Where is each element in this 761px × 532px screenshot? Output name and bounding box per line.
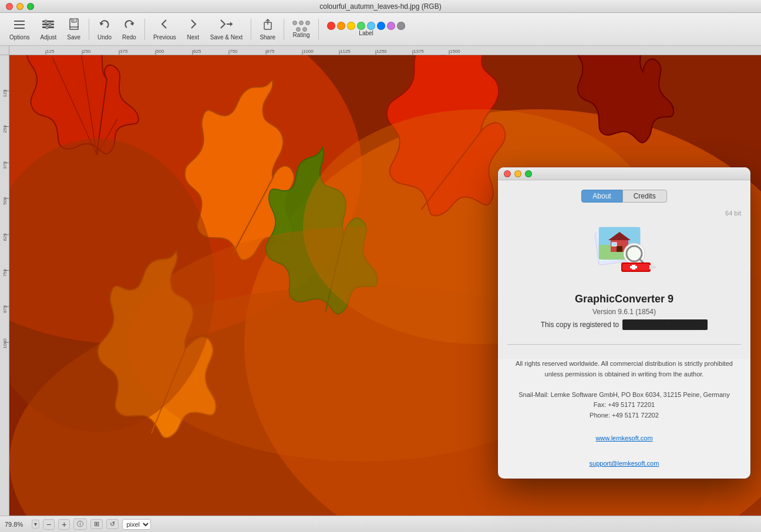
- ruler-corner: [0, 46, 9, 55]
- toolbar-share[interactable]: Share: [255, 15, 280, 43]
- options-icon: [13, 18, 26, 33]
- svg-text:375: 375: [2, 161, 8, 169]
- svg-text:750: 750: [230, 49, 237, 54]
- zoom-in-button[interactable]: +: [58, 519, 70, 530]
- close-button[interactable]: [6, 3, 13, 10]
- toolbar-sep-2: [144, 19, 145, 40]
- about-maximize-button[interactable]: [525, 170, 532, 177]
- app-icon-container: [592, 221, 656, 286]
- about-tabs: About Credits: [581, 190, 666, 203]
- save-icon: [68, 18, 80, 33]
- about-dialog-content: About Credits 64 bit: [498, 180, 750, 359]
- address-line3: Phone: +49 5171 72202: [507, 410, 741, 421]
- adjust-label: Adjust: [40, 34, 56, 41]
- svg-rect-87: [630, 266, 637, 268]
- toolbar-rating[interactable]: Rating: [288, 18, 315, 41]
- toolbar-adjust[interactable]: Adjust: [35, 15, 61, 43]
- svg-rect-0: [14, 21, 25, 22]
- toolbar-label[interactable]: Label: [322, 19, 410, 39]
- svg-text:250: 250: [2, 125, 8, 133]
- ruler-vertical: 125 250 375 500 625 750 875 1000: [0, 55, 9, 516]
- tab-credits[interactable]: Credits: [622, 190, 667, 203]
- rating-dots: [292, 21, 310, 32]
- toolbar-sep-4: [284, 19, 284, 40]
- toolbar-undo[interactable]: Undo: [93, 15, 116, 43]
- ruler-horizontal: tick generation 125 250 375 500 625 750 …: [9, 46, 761, 55]
- svg-point-7: [49, 23, 52, 26]
- website-link[interactable]: www.lemkesoft.com: [507, 433, 741, 444]
- svg-point-8: [46, 26, 49, 29]
- toolbar-save[interactable]: Save: [62, 15, 85, 43]
- label-colors: [327, 22, 405, 30]
- zoom-out-button[interactable]: −: [43, 519, 55, 530]
- toolbar-options[interactable]: Options: [5, 16, 34, 43]
- svg-text:750: 750: [2, 269, 8, 277]
- rating-label: Rating: [293, 32, 310, 38]
- svg-point-6: [45, 20, 48, 23]
- maximize-button[interactable]: [27, 3, 34, 10]
- adjust-icon: [42, 18, 55, 33]
- toolbar-previous[interactable]: Previous: [149, 15, 181, 43]
- svg-text:875: 875: [2, 305, 8, 313]
- svg-text:1500: 1500: [450, 49, 460, 54]
- svg-marker-85: [649, 265, 656, 270]
- svg-text:500: 500: [2, 197, 8, 205]
- about-close-button[interactable]: [504, 170, 511, 177]
- next-icon: [187, 18, 200, 33]
- info-button[interactable]: ⓘ: [73, 518, 87, 530]
- save-next-icon: [218, 18, 235, 33]
- window-controls: [6, 3, 34, 10]
- toolbar-sep-1: [89, 19, 89, 40]
- window-title: colourful_autumn_leaves-hd.jpg (RGB): [319, 2, 441, 11]
- redo-label: Redo: [122, 34, 136, 41]
- svg-text:1250: 1250: [376, 49, 387, 54]
- options-label: Options: [9, 34, 29, 41]
- undo-label: Undo: [97, 34, 112, 41]
- svg-text:500: 500: [156, 49, 164, 54]
- title-bar: colourful_autumn_leaves-hd.jpg (RGB): [0, 0, 761, 13]
- zoom-percentage: 79.8%: [5, 521, 28, 528]
- status-bar: 79.8% ▾ − + ⓘ ⊞ ↺ pixel cm inch: [0, 516, 761, 532]
- tab-about[interactable]: About: [581, 190, 622, 203]
- save-label: Save: [67, 34, 80, 41]
- toolbar-next[interactable]: Next: [182, 15, 204, 43]
- about-window-controls: [504, 170, 532, 177]
- next-label: Next: [187, 34, 200, 41]
- about-dialog-titlebar: [498, 167, 750, 180]
- svg-text:1375: 1375: [413, 49, 424, 54]
- about-minimize-button[interactable]: [514, 170, 521, 177]
- registered-row: This copy is registered to ██████████: [541, 319, 708, 330]
- copyright-text: All rights reserved worldwide. All comme…: [507, 359, 741, 379]
- zoom-dropdown-button[interactable]: ▾: [32, 520, 39, 528]
- toolbar-redo[interactable]: Redo: [117, 15, 141, 43]
- svg-text:125: 125: [2, 89, 8, 97]
- registered-name: ██████████: [622, 319, 708, 330]
- toolbar-sep-5: [318, 19, 319, 40]
- svg-text:875: 875: [267, 49, 274, 54]
- grid-button[interactable]: ⊞: [90, 519, 103, 529]
- bit-label: 64 bit: [725, 210, 741, 217]
- svg-text:1000: 1000: [2, 338, 8, 348]
- previous-label: Previous: [153, 34, 176, 41]
- save-next-label: Save & Next: [210, 34, 243, 41]
- svg-text:625: 625: [193, 49, 201, 54]
- minimize-button[interactable]: [16, 3, 23, 10]
- svg-rect-78: [617, 246, 622, 252]
- svg-rect-79: [612, 243, 617, 246]
- toolbar: Options Adjust Save Undo Redo Previous: [0, 13, 761, 46]
- unit-select[interactable]: pixel cm inch: [122, 519, 151, 530]
- svg-text:1000: 1000: [303, 49, 314, 54]
- svg-text:125: 125: [46, 49, 54, 54]
- registered-text: This copy is registered to: [541, 321, 619, 329]
- svg-rect-1: [14, 24, 25, 25]
- toolbar-sep-3: [251, 19, 251, 40]
- svg-text:625: 625: [2, 233, 8, 241]
- redo-icon: [123, 18, 136, 33]
- previous-icon: [158, 18, 171, 33]
- email-link[interactable]: support@lemkesoft.com: [507, 459, 741, 469]
- svg-rect-2: [14, 28, 25, 29]
- label-label: Label: [359, 30, 373, 36]
- toolbar-save-next[interactable]: Save & Next: [206, 15, 248, 43]
- rotate-button[interactable]: ↺: [106, 519, 119, 529]
- about-footer: All rights reserved worldwide. All comme…: [498, 359, 750, 479]
